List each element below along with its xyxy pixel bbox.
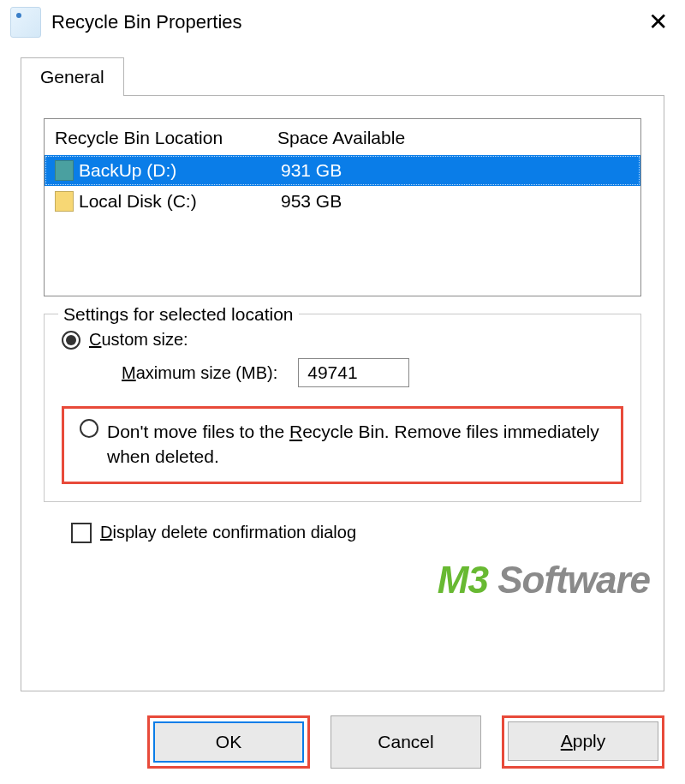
confirmation-row[interactable]: Display delete confirmation dialog xyxy=(44,523,641,543)
list-item[interactable]: Local Disk (C:) 953 GB xyxy=(45,186,640,217)
drive-list[interactable]: Recycle Bin Location Space Available Bac… xyxy=(44,118,641,296)
ok-highlight: OK xyxy=(147,715,310,769)
list-item[interactable]: BackUp (D:) 931 GB xyxy=(45,155,640,186)
button-row: OK Cancel Apply xyxy=(0,700,685,784)
row-space: 931 GB xyxy=(281,160,630,181)
ok-button[interactable]: OK xyxy=(153,721,304,763)
settings-legend: Settings for selected location xyxy=(58,304,299,325)
radio-dont-move[interactable] xyxy=(80,419,98,438)
radio-custom-size-row[interactable]: Custom size: xyxy=(62,330,623,350)
header-location: Recycle Bin Location xyxy=(55,128,277,148)
row-space: 953 GB xyxy=(281,191,630,212)
list-empty-area xyxy=(45,217,640,296)
tab-general[interactable]: General xyxy=(21,57,124,96)
apply-button[interactable]: Apply xyxy=(508,721,658,761)
checkbox-display-confirmation-label: Display delete confirmation dialog xyxy=(100,523,356,542)
tab-body: Recycle Bin Location Space Available Bac… xyxy=(21,95,664,691)
radio-dont-move-highlight: Don't move files to the Recycle Bin. Rem… xyxy=(62,406,623,484)
apply-highlight: Apply xyxy=(502,715,664,769)
row-location: Local Disk (C:) xyxy=(79,191,276,212)
radio-dont-move-label: Don't move files to the Recycle Bin. Rem… xyxy=(107,419,605,470)
checkbox-display-confirmation[interactable] xyxy=(71,523,92,543)
cancel-button[interactable]: Cancel xyxy=(331,715,481,769)
radio-custom-size[interactable] xyxy=(62,331,80,350)
list-header: Recycle Bin Location Space Available xyxy=(45,119,640,155)
radio-custom-size-label: Custom size: xyxy=(89,330,188,350)
settings-group: Settings for selected location Custom si… xyxy=(44,314,641,502)
watermark: M3 Software xyxy=(438,559,650,601)
content-area: General Recycle Bin Location Space Avail… xyxy=(0,45,685,700)
titlebar: Recycle Bin Properties ✕ xyxy=(0,0,685,45)
close-icon[interactable]: ✕ xyxy=(640,10,675,34)
max-size-row: Maximum size (MB): xyxy=(62,358,623,387)
drive-icon xyxy=(55,160,74,181)
header-space: Space Available xyxy=(277,128,630,148)
properties-window: Recycle Bin Properties ✕ General Recycle… xyxy=(0,0,685,784)
window-title: Recycle Bin Properties xyxy=(51,11,630,33)
max-size-label: Maximum size (MB): xyxy=(122,363,277,383)
row-location: BackUp (D:) xyxy=(79,160,276,181)
drive-icon xyxy=(55,191,74,212)
recycle-bin-icon xyxy=(10,7,41,38)
tab-strip: General xyxy=(21,57,664,95)
max-size-input[interactable] xyxy=(298,358,409,387)
